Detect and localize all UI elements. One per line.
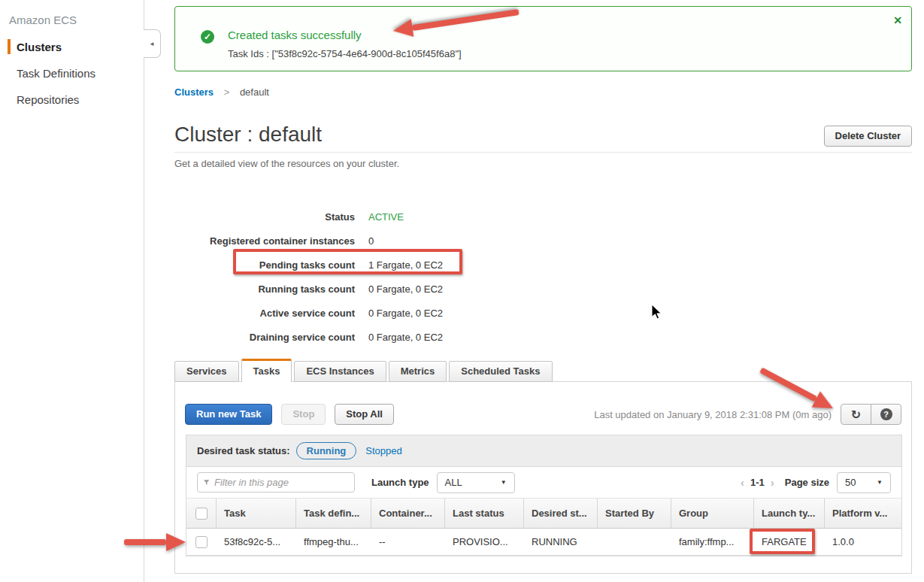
tasks-table-widget: Desired task status: Running Stopped Lau…: [186, 435, 902, 556]
column-header-task-definition[interactable]: Task defin...: [296, 499, 371, 528]
refresh-button[interactable]: ↻: [841, 404, 871, 425]
detail-label: Draining service count: [174, 332, 355, 343]
filter-input-wrapper: [197, 472, 355, 493]
pagination-next-button[interactable]: ›: [771, 476, 774, 489]
sidebar-title: Amazon ECS: [0, 0, 144, 26]
pagination-prev-button[interactable]: ‹: [741, 476, 744, 489]
detail-row-registered-instances: Registered container instances 0: [174, 229, 731, 253]
column-header-group[interactable]: Group: [671, 499, 754, 528]
task-id-link[interactable]: 53f8c92c-5...: [217, 529, 296, 555]
tab-tasks[interactable]: Tasks: [241, 359, 292, 382]
toolbar-icon-buttons: ↻ ?: [841, 404, 901, 425]
sidebar-collapse-toggle[interactable]: ◄: [144, 29, 161, 58]
detail-row-running-tasks: Running tasks count 0 Fargate, 0 EC2: [174, 277, 731, 301]
help-button[interactable]: ?: [871, 404, 901, 425]
active-indicator-bar: [8, 39, 11, 54]
table-row: 53f8c92c-5... ffmpeg-thu... -- PROVISIO.…: [186, 529, 901, 556]
status-filter-stopped[interactable]: Stopped: [365, 445, 401, 456]
status-filter-running[interactable]: Running: [296, 442, 357, 459]
tab-metrics[interactable]: Metrics: [389, 361, 447, 382]
success-banner: ✓ Created tasks successfully Task Ids : …: [174, 6, 912, 71]
last-status-cell: PROVISIO...: [445, 529, 524, 555]
last-updated-text: Last updated on January 9, 2018 2:31:08 …: [594, 409, 832, 420]
group-cell: family:ffmp...: [671, 529, 754, 555]
chevron-down-icon: ▼: [866, 479, 883, 486]
detail-row-pending-tasks: Pending tasks count 1 Fargate, 0 EC2: [174, 253, 731, 277]
status-value: ACTIVE: [368, 211, 404, 223]
banner-detail: Task Ids : ["53f8c92c-5754-4e64-900d-8c1…: [228, 48, 462, 59]
detail-row-draining-services: Draining service count 0 Fargate, 0 EC2: [174, 325, 731, 349]
container-cell: --: [371, 529, 445, 555]
desired-task-status-label: Desired task status:: [197, 445, 290, 456]
detail-value: 0: [368, 235, 374, 247]
chevron-left-icon: ‹: [741, 476, 744, 489]
column-header-task[interactable]: Task: [217, 499, 296, 528]
banner-title: Created tasks successfully: [228, 29, 362, 41]
desired-task-status-bar: Desired task status: Running Stopped: [186, 435, 901, 467]
filter-input[interactable]: [214, 477, 348, 488]
detail-value: 0 Fargate, 0 EC2: [368, 308, 443, 319]
stop-button[interactable]: Stop: [281, 404, 326, 425]
launch-type-dropdown[interactable]: ALL ▼: [437, 472, 515, 493]
chevron-right-icon: ›: [771, 476, 774, 489]
page-size-dropdown[interactable]: 50 ▼: [837, 472, 891, 493]
started-by-cell: [598, 529, 671, 555]
column-header-started-by[interactable]: Started By: [598, 499, 671, 528]
divider: [174, 152, 912, 153]
page-title: Cluster : default: [174, 123, 322, 146]
close-icon[interactable]: ✕: [893, 14, 902, 26]
sidebar-item-label: Repositories: [17, 93, 79, 106]
delete-cluster-button[interactable]: Delete Cluster: [824, 126, 912, 147]
tab-services[interactable]: Services: [174, 361, 239, 382]
chevron-down-icon: ▼: [490, 479, 507, 486]
sidebar-item-clusters[interactable]: Clusters: [0, 34, 144, 60]
task-definition-link[interactable]: ffmpeg-thu...: [296, 529, 371, 555]
row-checkbox[interactable]: [195, 536, 208, 548]
breadcrumb-separator: >: [224, 86, 230, 98]
refresh-icon: ↻: [851, 408, 861, 422]
filter-funnel-icon: [204, 479, 210, 487]
detail-row-status: Status ACTIVE: [174, 205, 731, 229]
sidebar: Amazon ECS Clusters Task Definitions Rep…: [0, 0, 144, 582]
column-header-launch-type[interactable]: Launch ty...: [754, 499, 825, 528]
help-icon: ?: [880, 408, 892, 420]
breadcrumb: Clusters > default: [174, 86, 269, 98]
sidebar-item-task-definitions[interactable]: Task Definitions: [0, 60, 144, 86]
detail-label: Active service count: [174, 308, 355, 319]
desired-status-cell: RUNNING: [524, 529, 598, 555]
column-header-desired-status[interactable]: Desired st...: [524, 499, 598, 528]
select-all-checkbox[interactable]: [195, 508, 208, 520]
platform-version-cell: 1.0.0: [825, 529, 903, 555]
launch-type-label: Launch type: [371, 477, 429, 488]
page-subtitle: Get a detailed view of the resources on …: [174, 158, 399, 169]
detail-label: Pending tasks count: [174, 259, 355, 271]
launch-type-cell: FARGATE: [754, 529, 825, 555]
filter-bar: Launch type ALL ▼ ‹ 1-1 › Page size 50 ▼: [186, 467, 901, 499]
tab-bar: Services Tasks ECS Instances Metrics Sch…: [174, 359, 555, 382]
table-header-row: Task Task defin... Container... Last sta…: [186, 499, 901, 529]
stop-all-button[interactable]: Stop All: [335, 404, 394, 425]
task-actions-toolbar: Run new Task Stop Stop All Last updated …: [185, 404, 901, 425]
detail-label: Status: [174, 211, 355, 223]
column-header-container[interactable]: Container...: [371, 499, 445, 528]
page-header: Cluster : default Delete Cluster: [174, 123, 912, 150]
breadcrumb-current: default: [240, 86, 269, 98]
detail-label: Registered container instances: [174, 235, 355, 247]
cluster-details: Status ACTIVE Registered container insta…: [174, 205, 731, 349]
launch-type-value: ALL: [445, 477, 462, 488]
detail-value: 1 Fargate, 0 EC2: [368, 259, 443, 271]
detail-row-active-services: Active service count 0 Fargate, 0 EC2: [174, 301, 731, 325]
sidebar-item-label: Clusters: [17, 41, 62, 53]
tab-ecs-instances[interactable]: ECS Instances: [294, 361, 386, 382]
tab-scheduled-tasks[interactable]: Scheduled Tasks: [449, 361, 552, 382]
sidebar-item-repositories[interactable]: Repositories: [0, 86, 144, 113]
tasks-tab-panel: Run new Task Stop Stop All Last updated …: [174, 381, 912, 574]
sidebar-item-label: Task Definitions: [17, 67, 95, 80]
column-header-platform-version[interactable]: Platform v...: [825, 499, 903, 528]
run-new-task-button[interactable]: Run new Task: [185, 404, 272, 425]
column-header-last-status[interactable]: Last status: [445, 499, 524, 528]
detail-value: 0 Fargate, 0 EC2: [368, 283, 443, 295]
collapse-arrow-icon: ◄: [149, 41, 155, 47]
breadcrumb-clusters-link[interactable]: Clusters: [174, 86, 214, 98]
page-size-label: Page size: [785, 477, 829, 488]
